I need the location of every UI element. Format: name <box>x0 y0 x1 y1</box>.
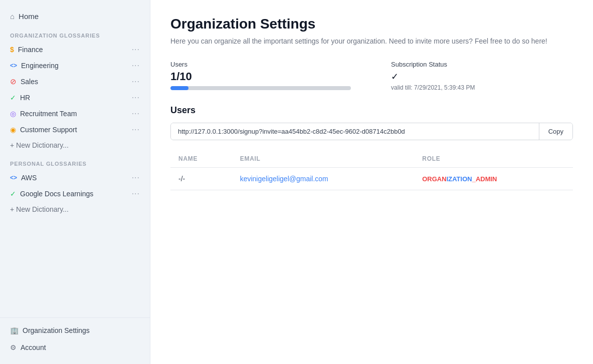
engineering-icon: <> <box>10 62 17 69</box>
home-icon: ⌂ <box>10 12 15 21</box>
invite-url-row: Copy <box>170 123 573 140</box>
sidebar-item-hr-label: HR <box>20 94 128 102</box>
org-settings-icon: 🏢 <box>10 326 19 334</box>
sidebar-item-engineering-label: Engineering <box>21 62 128 70</box>
recruitment-icon: ◎ <box>10 110 16 118</box>
invite-url-input[interactable] <box>171 123 539 140</box>
table-row: -/- kevinigeligeligel@gmail.com ORGANIZA… <box>170 168 573 190</box>
users-section-title: Users <box>170 105 573 116</box>
customer-support-menu-dots[interactable]: ··· <box>132 125 140 134</box>
google-icon: ✓ <box>10 190 16 198</box>
col-role: ROLE <box>414 150 573 168</box>
sidebar-account-link[interactable]: ⚙ Account <box>0 339 150 356</box>
user-name: -/- <box>170 168 232 190</box>
sidebar-item-aws-label: AWS <box>21 174 128 182</box>
subscription-check-icon: ✓ <box>391 71 475 82</box>
sales-icon: ⊘ <box>10 77 17 86</box>
sidebar-item-recruitment-label: Recruitment Team <box>20 110 128 118</box>
sidebar-item-aws[interactable]: <> AWS ··· <box>0 170 150 186</box>
sidebar-item-customer-support-label: Customer Support <box>20 126 128 134</box>
sidebar-item-finance[interactable]: $ Finance ··· <box>0 42 150 58</box>
subscription-label: Subscription Status <box>391 61 475 68</box>
users-stat-value: 1/10 <box>170 70 351 83</box>
role-admin-part: _ADMIN <box>472 175 497 183</box>
users-stat-label: Users <box>170 61 351 68</box>
aws-icon: <> <box>10 174 17 181</box>
org-settings-label: Organization Settings <box>23 326 90 334</box>
hr-menu-dots[interactable]: ··· <box>132 93 140 102</box>
sidebar-item-sales[interactable]: ⊘ Sales ··· <box>0 74 150 90</box>
sidebar-item-hr[interactable]: ✓ HR ··· <box>0 90 150 106</box>
customer-support-icon: ◉ <box>10 126 16 134</box>
sidebar-item-google-label: Google Docs Learnings <box>20 190 128 198</box>
sales-menu-dots[interactable]: ··· <box>132 77 140 86</box>
sidebar-bottom: 🏢 Organization Settings ⚙ Account <box>0 317 150 356</box>
main-content: Organization Settings Here you can organ… <box>150 0 593 364</box>
finance-menu-dots[interactable]: ··· <box>132 45 140 54</box>
sidebar: ⌂ Home ORGANIZATION GLOSSARIES $ Finance… <box>0 0 150 364</box>
sidebar-item-customer-support[interactable]: ◉ Customer Support ··· <box>0 122 150 138</box>
sidebar-home-link[interactable]: ⌂ Home <box>0 8 150 29</box>
copy-button[interactable]: Copy <box>539 123 572 140</box>
sidebar-item-engineering[interactable]: <> Engineering ··· <box>0 58 150 74</box>
new-personal-dict-button[interactable]: + New Dictionary... <box>0 202 150 217</box>
new-org-dict-label: + New Dictionary... <box>10 141 69 149</box>
sidebar-item-finance-label: Finance <box>18 46 128 54</box>
users-progress-fill <box>170 86 188 90</box>
account-icon: ⚙ <box>10 343 17 351</box>
aws-menu-dots[interactable]: ··· <box>132 173 140 182</box>
sidebar-item-google[interactable]: ✓ Google Docs Learnings ··· <box>0 186 150 202</box>
users-table: NAME EMAIL ROLE -/- kevinigeligeligel@gm… <box>170 150 573 190</box>
engineering-menu-dots[interactable]: ··· <box>132 61 140 70</box>
user-email-value: kevinigeligeligel@gmail.com <box>240 175 328 183</box>
users-progress-bar <box>170 86 351 90</box>
table-header: NAME EMAIL ROLE <box>170 150 573 168</box>
hr-icon: ✓ <box>10 94 16 102</box>
role-org-part: ORGAN <box>422 175 446 183</box>
finance-icon: $ <box>10 46 14 54</box>
col-email: EMAIL <box>232 150 415 168</box>
new-personal-dict-label: + New Dictionary... <box>10 205 69 213</box>
google-menu-dots[interactable]: ··· <box>132 189 140 198</box>
account-label: Account <box>21 343 46 351</box>
recruitment-menu-dots[interactable]: ··· <box>132 109 140 118</box>
user-email: kevinigeligeligel@gmail.com <box>232 168 415 190</box>
role-badge: ORGANIZATION_ADMIN <box>422 175 497 183</box>
sidebar-home-label: Home <box>19 12 39 21</box>
subscription-valid-text: valid till: 7/29/2021, 5:39:43 PM <box>391 84 475 91</box>
stats-row: Users 1/10 Subscription Status ✓ valid t… <box>170 61 573 91</box>
sidebar-item-sales-label: Sales <box>21 78 128 86</box>
role-ization-part: IZATION <box>447 175 472 183</box>
new-org-dict-button[interactable]: + New Dictionary... <box>0 138 150 153</box>
org-glossaries-section-label: ORGANIZATION GLOSSARIES <box>0 29 150 42</box>
user-role: ORGANIZATION_ADMIN <box>414 168 573 190</box>
personal-glossaries-section-label: PERSONAL GLOSSARIES <box>0 157 150 170</box>
page-title: Organization Settings <box>170 16 573 32</box>
sidebar-item-recruitment[interactable]: ◎ Recruitment Team ··· <box>0 106 150 122</box>
users-stat: Users 1/10 <box>170 61 351 91</box>
subscription-status: Subscription Status ✓ valid till: 7/29/2… <box>391 61 475 91</box>
col-name: NAME <box>170 150 232 168</box>
table-body: -/- kevinigeligeligel@gmail.com ORGANIZA… <box>170 168 573 190</box>
sidebar-org-settings-link[interactable]: 🏢 Organization Settings <box>0 322 150 339</box>
page-subtitle: Here you can organize all the important … <box>170 36 573 47</box>
